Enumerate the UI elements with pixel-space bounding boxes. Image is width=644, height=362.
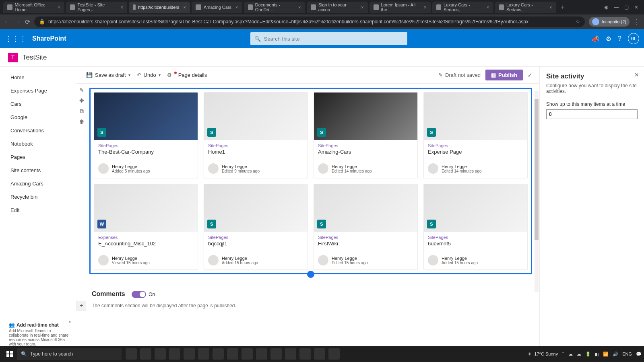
site-logo[interactable]: T [8,53,18,62]
settings-icon[interactable]: ⚙ [606,35,611,43]
reload-button[interactable]: ⟳ [25,18,30,26]
vertical-scrollbar[interactable] [535,91,539,292]
nav-cars[interactable]: Cars [0,97,76,111]
minimize-icon[interactable]: — [614,4,619,10]
comments-toggle[interactable]: On [132,291,155,298]
browser-tab[interactable]: Lorem Ipsum - All the× [369,2,431,13]
nav-home[interactable]: Home [0,71,76,84]
back-button[interactable]: ← [4,18,10,25]
search-input[interactable] [264,36,403,42]
browser-tab[interactable]: Documents - OneDri…× [244,2,305,13]
new-tab-button[interactable]: + [558,4,568,11]
browser-tab[interactable]: Luxury Cars - Sedans,× [432,2,493,13]
taskview-icon[interactable] [126,348,137,360]
browser-tab[interactable]: Sign in to your accou× [307,2,368,13]
nav-recycle-bin[interactable]: Recycle bin [0,190,76,204]
browser-tab[interactable]: Amazing Cars× [192,2,242,13]
close-icon[interactable]: × [58,5,60,10]
resize-handle[interactable] [307,271,314,278]
battery-icon[interactable]: 🔋 [585,352,591,357]
close-icon[interactable]: × [235,5,238,10]
close-pane-icon[interactable]: ✕ [634,72,639,78]
close-icon[interactable]: × [424,5,426,10]
maximize-icon[interactable]: ▢ [624,4,629,10]
app3-icon[interactable] [256,348,267,360]
activity-card[interactable]: W Expenses E_Accounting_Misc_102 Henry L… [94,184,198,270]
start-button[interactable] [2,347,17,361]
close-icon[interactable]: × [298,5,301,10]
browser-tab[interactable]: TestSite - Site Pages -× [66,2,127,13]
explorer-icon[interactable] [169,348,180,360]
taskbar-search[interactable]: 🔍Type here to search [17,348,122,360]
obs-icon[interactable] [299,348,311,360]
edge-icon[interactable] [155,348,166,360]
app4-icon[interactable] [314,348,325,360]
excel-icon[interactable] [328,348,340,360]
account-icon[interactable]: ◉ [604,4,608,10]
scrollbar-thumb[interactable] [535,99,539,240]
site-title[interactable]: TestSite [23,53,47,62]
network-icon[interactable]: ◧ [595,352,599,357]
star-icon[interactable]: ☆ [576,19,580,25]
activity-card[interactable]: S SitePages Amazing-Cars Henry Legge Edi… [314,92,418,178]
close-icon[interactable]: × [68,320,71,324]
onenote-icon[interactable] [285,348,296,360]
chevron-down-icon[interactable]: ▾ [159,73,161,77]
nav-edit[interactable]: Edit [0,204,76,217]
onedrive-icon[interactable]: ☁ [568,352,573,357]
app-launcher-icon[interactable]: ⋮⋮⋮ [5,34,27,43]
app2-icon[interactable] [242,348,253,360]
page-details-button[interactable]: ⚙Page details [165,70,210,80]
expand-icon[interactable]: ⤢ [528,72,532,78]
forward-button[interactable]: → [14,18,21,25]
delete-webpart-icon[interactable]: 🗑 [79,119,85,125]
duplicate-webpart-icon[interactable]: ⧉ [80,108,84,115]
kebab-menu-icon[interactable]: ⋮ [634,18,640,26]
publish-button[interactable]: ▥Publish [485,70,523,80]
move-webpart-icon[interactable]: ✥ [79,97,84,104]
close-icon[interactable]: × [184,5,186,10]
notifications-icon[interactable]: 💬 [636,352,642,357]
close-window-icon[interactable]: ✕ [634,4,638,10]
wifi-icon[interactable]: 📶 [603,352,609,357]
incognito-badge[interactable]: Incognito (2) [589,17,630,27]
close-icon[interactable]: × [487,5,489,10]
activity-card[interactable]: S SitePages The-Best-Car-Company Henry L… [94,92,198,178]
edit-webpart-icon[interactable]: ✎ [79,87,84,93]
nav-conversations[interactable]: Conversations [0,124,76,137]
store-icon[interactable] [184,348,195,360]
activity-card[interactable]: S SitePages Home1 Henry Legge Edited 9 m… [204,92,308,178]
help-icon[interactable]: ? [618,35,621,42]
activity-card[interactable]: S SitePages 6uovmnf5 Henry Legge Added 1… [423,184,528,270]
nav-google[interactable]: Google [0,111,76,124]
add-section-button[interactable]: + [76,301,86,311]
site-activity-webpart[interactable]: S SitePages The-Best-Car-Company Henry L… [89,88,532,274]
suite-brand[interactable]: SharePoint [32,35,66,42]
browser-tab-active[interactable]: https://citizenbuilders× [129,2,190,13]
user-avatar[interactable]: HL [628,33,639,44]
volume-icon[interactable]: 🔊 [613,352,618,357]
items-count-input[interactable] [546,109,638,119]
app-icon[interactable] [198,348,209,360]
chevron-down-icon[interactable]: ▾ [128,73,130,77]
browser-tab[interactable]: Luxury Cars - Sedans,× [495,2,556,13]
nav-expenses[interactable]: Expenses Page [0,84,76,97]
close-icon[interactable]: × [361,5,363,10]
activity-card[interactable]: S SitePages Expense Page Henry Legge Edi… [423,92,528,178]
nav-amazing-cars[interactable]: Amazing Cars [0,177,76,190]
weather-widget[interactable]: ☀ 17°C Sunny [528,352,558,357]
activity-card[interactable]: S SitePages FirstWiki Henry Legge Edited… [314,184,418,270]
browser-tab[interactable]: Microsoft Office Home× [3,2,64,13]
save-draft-button[interactable]: 💾Save as draft▾ [84,70,133,80]
cloud-icon[interactable]: ☁ [577,352,581,357]
chevron-up-icon[interactable]: ˄ [562,352,564,357]
megaphone-icon[interactable]: 📣 [591,35,599,43]
language-indicator[interactable]: ENG [622,352,632,356]
calc-icon[interactable] [227,348,238,360]
nav-notebook[interactable]: Notebook [0,137,76,150]
mail-icon[interactable] [213,348,224,360]
activity-card[interactable]: S SitePages bqccqjl1 Henry Legge Added 1… [204,184,308,270]
cortana-icon[interactable] [140,348,151,360]
url-field[interactable]: 🔒 https://citizenbuilders.sharepoint.com… [34,16,585,27]
chrome-icon[interactable] [270,348,282,360]
